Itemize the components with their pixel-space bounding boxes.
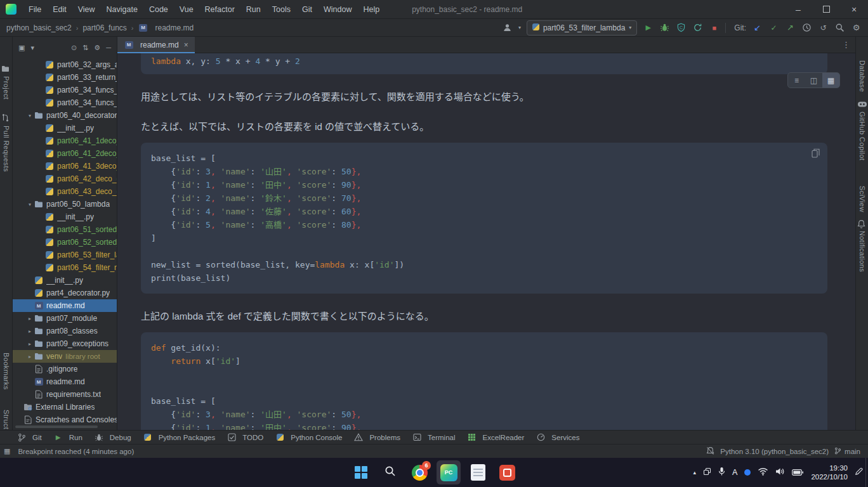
tree-item[interactable]: ▸part08_classes [13,325,117,337]
pycharm-taskbar-button[interactable]: PC [437,460,461,484]
project-icon[interactable] [1,63,10,75]
toolwindow-button-services[interactable]: Services [536,433,579,442]
tree-item[interactable]: requirements.txt [13,388,117,401]
maximize-button[interactable] [812,0,840,18]
menu-window[interactable]: Window [318,0,357,19]
menu-refactor[interactable]: Refactor [199,0,240,19]
toolwindow-button-python-packages[interactable]: Python Packages [143,433,216,442]
copy-code-icon[interactable] [812,148,820,160]
breadcrumb-item[interactable]: part06_funcs [82,23,126,32]
update-project-button[interactable]: ↙ [752,22,763,34]
menu-run[interactable]: Run [240,0,266,19]
search-everywhere-button[interactable] [834,22,845,34]
profiler-button[interactable] [692,22,703,34]
hide-panel-icon[interactable]: ─ [106,44,111,51]
wifi-icon[interactable] [758,467,768,478]
menu-view[interactable]: View [72,0,101,19]
breadcrumb-item[interactable]: readme.md [155,23,194,32]
settings-button[interactable]: ⚙ [851,22,862,34]
toolwindow-button-todo[interactable]: TODO [227,433,263,442]
user-dropdown-icon[interactable]: ▾ [518,25,521,30]
preview-only-icon[interactable]: ▦ [822,73,839,88]
menu-tools[interactable]: Tools [266,0,296,19]
toolwindow-button-git[interactable]: Git [16,433,42,442]
editor-tab-readme[interactable]: M readme.md × [117,37,195,53]
volume-icon[interactable] [775,467,785,478]
status-message[interactable]: Breakpoint reached (4 minutes ago) [18,448,134,455]
tree-item[interactable]: part06_51_sorted_la [13,223,117,236]
toolwindow-stripe-notifications[interactable]: Notifications [858,231,866,272]
chevron-down-icon[interactable]: ▾ [26,202,34,207]
toolwindow-stripe-project[interactable]: Project [3,76,10,100]
breadcrumb-item[interactable]: python_basic_sec2 [6,23,72,32]
close-button[interactable]: × [840,0,868,18]
toolwindow-button-excelreader[interactable]: ExcelReader [466,433,524,442]
split-view-icon[interactable]: ◫ [805,73,822,88]
tree-item[interactable]: __init__.py [13,274,117,287]
tree-item[interactable]: __init__.py [13,122,117,134]
editor-only-icon[interactable]: ≡ [788,73,805,88]
history-button[interactable] [801,22,812,34]
toolwindow-button-debug[interactable]: Debug [94,433,131,442]
tree-item[interactable]: part06_53_filter_lam [13,249,117,261]
debug-button[interactable] [659,22,670,34]
menu-git[interactable]: Git [296,0,318,19]
tree-item[interactable]: __init__.py [13,211,117,223]
interpreter-selector[interactable]: Python 3.10 (python_basic_sec2) [720,448,829,455]
git-branch-selector[interactable]: main [834,447,860,456]
tree-item[interactable]: ▸venvlibrary root [13,350,117,363]
user-icon[interactable] [502,22,513,34]
menu-code[interactable]: Code [143,0,174,19]
push-button[interactable]: ↗ [785,22,796,34]
github-copilot-icon[interactable] [857,99,867,112]
toolwindow-stripe-pull-requests[interactable]: Pull Requests [3,126,10,172]
tree-item[interactable]: part06_34_funcs_in_f [13,84,117,96]
toolwindow-button-python-console[interactable]: Python Console [275,433,342,442]
tree-item[interactable]: part06_33_return_fun [13,71,117,84]
toolwindow-stripe-sciview[interactable]: SciView [858,186,866,212]
battery-icon[interactable] [792,467,804,478]
layers-icon[interactable] [703,467,711,478]
tree-item[interactable]: .gitignore [13,363,117,375]
chrome-taskbar-button[interactable]: 6 [407,460,431,484]
toolwindow-toggle-icon[interactable]: ▦ [4,447,10,455]
chevron-right-icon[interactable]: ▸ [26,341,34,347]
pull-requests-icon[interactable] [1,113,10,124]
tray-chevron-icon[interactable]: ▴ [694,469,697,476]
tree-item[interactable]: External Libraries [13,401,117,413]
toolwindow-button-run[interactable]: ▶Run [53,433,82,442]
start-button[interactable] [349,460,373,484]
more-options-icon[interactable]: ⋮ [842,37,850,53]
tree-item[interactable]: part06_41_3deco_de [13,160,117,172]
pen-icon[interactable] [855,467,863,478]
notifications-muted-icon[interactable] [706,446,714,457]
tree-item[interactable]: Mreadme.md [13,299,117,312]
tree-item[interactable]: part06_32_args_are_f [13,58,117,71]
toolwindow-stripe-copilot[interactable]: GitHub Copilot [858,112,866,160]
coverage-button[interactable]: C [676,22,687,34]
tree-item[interactable]: part06_41_2deco_de [13,147,117,160]
run-button[interactable]: ▶ [643,22,654,34]
menu-vue[interactable]: Vue [174,0,199,19]
chevron-down-icon[interactable]: ▾ [30,44,34,52]
tree-item[interactable]: ▸part07_module [13,312,117,325]
tree-item[interactable]: ▸part09_exceptions [13,337,117,350]
toolwindow-button-terminal[interactable]: Terminal [412,433,455,442]
rollback-button[interactable]: ↺ [818,22,829,34]
run-config-select[interactable]: part06_53_filter_lambda ▾ [527,20,637,36]
menu-file[interactable]: File [23,0,47,19]
tree-item[interactable]: part06_42_deco_den [13,172,117,185]
ime-indicator[interactable]: A [732,468,737,477]
minimize-button[interactable]: – [784,0,812,18]
tree-item[interactable]: part06_54_filter_non [13,261,117,274]
red-app-taskbar-button[interactable] [495,460,519,484]
locate-file-icon[interactable]: ⊙ [71,44,77,52]
close-tab-icon[interactable]: × [184,41,188,49]
tree-item[interactable]: ▾part06_40_decorator [13,109,117,122]
microphone-icon[interactable] [718,467,725,479]
taskbar-search-button[interactable] [378,460,402,484]
tree-item[interactable]: part06_34_funcs_in_f [13,96,117,109]
tree-item[interactable]: part06_52_sorted_no [13,236,117,249]
tree-item[interactable]: part06_43_deco_den [13,185,117,198]
project-view-options-icon[interactable]: ▣ [18,44,25,52]
